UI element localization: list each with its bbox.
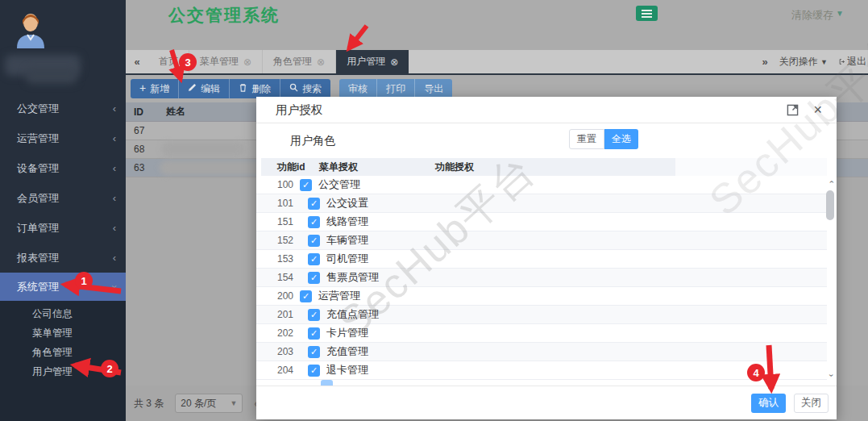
chevron-left-icon: ‹ xyxy=(113,102,116,115)
tab-label: 用户管理 xyxy=(347,55,385,69)
tab-item[interactable]: 菜单管理⊗ xyxy=(189,50,263,73)
toolbar-button[interactable]: 导出 xyxy=(415,79,452,98)
name-redacted xyxy=(161,142,245,156)
app-window: 公交管理‹运营管理‹设备管理‹会员管理‹订单管理‹报表管理‹系统管理›公司信息菜… xyxy=(0,0,868,421)
permission-label: 运营管理 xyxy=(318,289,360,303)
sidebar-subitem[interactable]: 角色管理 xyxy=(0,343,126,362)
sidebar-item-label: 公交管理 xyxy=(17,102,59,116)
checkbox-checked-icon[interactable]: ✓ xyxy=(308,309,320,321)
total-count-label: 共 3 条 xyxy=(134,397,164,411)
chevron-down-icon: › xyxy=(108,285,120,288)
username-redacted xyxy=(26,68,77,84)
select-all-button[interactable]: 全选 xyxy=(604,129,638,149)
cell-function-id: 201 xyxy=(256,309,300,320)
permission-label: 公交管理 xyxy=(318,177,360,192)
sidebar-item[interactable]: 公交管理‹ xyxy=(0,94,126,123)
checkbox-checked-icon[interactable]: ✓ xyxy=(308,235,320,247)
sidebar-item[interactable]: 设备管理‹ xyxy=(0,153,126,183)
checkbox-checked-icon[interactable]: ✓ xyxy=(308,253,320,265)
permission-row: 154✓售票员管理 xyxy=(256,269,827,287)
chevron-left-icon: ‹ xyxy=(113,162,116,174)
permission-row: 151✓线路管理 xyxy=(256,213,827,231)
cell-function-id: 200 xyxy=(256,290,300,302)
checkbox-checked-icon[interactable]: ✓ xyxy=(308,272,320,284)
column-header: ID xyxy=(126,106,166,118)
close-icon[interactable]: × xyxy=(813,104,822,116)
top-header: 公交管理系统 清除缓存 ▼ xyxy=(126,0,868,50)
checkbox-checked-icon[interactable]: ✓ xyxy=(308,346,320,358)
column-function-id: 功能id xyxy=(277,160,305,174)
tab-close-icon[interactable]: ⊗ xyxy=(243,56,251,68)
tab-label: 菜单管理 xyxy=(200,55,239,69)
avatar[interactable] xyxy=(13,10,48,48)
logout-button[interactable]: 退出 xyxy=(839,55,866,69)
close-button[interactable]: 关闭 xyxy=(794,394,829,413)
tab-close-icon[interactable]: ⊗ xyxy=(390,56,398,68)
checkbox-checked-icon[interactable]: ✓ xyxy=(308,198,320,210)
toolbar-button-label: 导出 xyxy=(424,82,443,96)
scroll-down-icon[interactable]: › xyxy=(826,371,837,380)
chevron-down-icon[interactable]: ▼ xyxy=(836,9,844,18)
tab-active[interactable]: 用户管理⊗ xyxy=(336,50,409,73)
scroll-up-icon[interactable]: › xyxy=(826,177,837,186)
toolbar-button[interactable]: +新增 xyxy=(131,79,179,98)
sidebar-item[interactable]: 会员管理‹ xyxy=(0,183,126,213)
chevron-left-icon: ‹ xyxy=(113,252,116,264)
scrollbar-thumb[interactable] xyxy=(826,190,834,220)
cell-function-id: 203 xyxy=(256,346,300,357)
reset-button[interactable]: 重置 xyxy=(569,129,604,149)
tab-bar: « 首页菜单管理⊗角色管理⊗用户管理⊗ » 关闭操作 ▼ 退出 xyxy=(126,50,868,75)
sidebar-submenu: 公司信息菜单管理角色管理用户管理 xyxy=(0,301,126,421)
toolbar-button[interactable]: 编辑 xyxy=(179,79,230,98)
permission-row: 202✓卡片管理 xyxy=(256,324,827,343)
partial-row xyxy=(256,380,827,386)
cell-function-id: 152 xyxy=(256,235,300,246)
toolbar-button[interactable]: 审核 xyxy=(339,79,377,98)
sidebar-subitem[interactable]: 用户管理 xyxy=(0,362,126,381)
tab-item[interactable]: 角色管理⊗ xyxy=(263,50,336,73)
toolbar-button-label: 打印 xyxy=(386,82,405,96)
permission-label: 卡片管理 xyxy=(326,326,368,340)
toolbar-button[interactable]: 打印 xyxy=(377,79,415,98)
toolbar-button-label: 编辑 xyxy=(201,82,220,96)
column-header: 姓名 xyxy=(166,105,185,119)
confirm-button[interactable]: 确认 xyxy=(751,394,786,413)
tab-scroll-right-icon[interactable]: » xyxy=(762,56,768,68)
permission-label: 充值管理 xyxy=(326,344,368,359)
toolbar-button[interactable]: 删除 xyxy=(230,79,280,98)
sidebar-item-label: 设备管理 xyxy=(17,161,59,176)
permission-row: 100✓公交管理 xyxy=(256,176,827,194)
clear-cache-button[interactable]: 清除缓存 xyxy=(791,8,833,23)
cell-id: 67 xyxy=(126,125,166,136)
fullscreen-icon[interactable] xyxy=(787,104,799,116)
permission-row: 152✓车辆管理 xyxy=(256,231,827,250)
checkbox-checked-icon[interactable]: ✓ xyxy=(308,216,320,228)
checkbox-checked-icon[interactable]: ✓ xyxy=(300,290,312,302)
permission-row: 201✓充值点管理 xyxy=(256,306,827,324)
checkbox-checked-icon[interactable]: ✓ xyxy=(308,365,320,377)
cell-function-id: 202 xyxy=(256,327,300,339)
pencil-icon xyxy=(188,83,197,94)
checkbox-checked-icon[interactable]: ✓ xyxy=(308,327,320,340)
sidebar-item-label: 会员管理 xyxy=(17,191,59,206)
tab-item[interactable]: 首页 xyxy=(148,50,189,73)
cell-function-id: 153 xyxy=(256,253,300,265)
close-operations-dropdown[interactable]: 关闭操作 ▼ xyxy=(779,55,828,69)
tab-close-icon[interactable]: ⊗ xyxy=(317,56,325,68)
hamburger-menu-button[interactable] xyxy=(636,6,658,21)
sidebar-item[interactable]: 系统管理› xyxy=(0,273,126,301)
user-authorization-dialog: 用户授权 × 用户角色 重置 全选 功能id 菜单授权 功能授权 100✓公交管… xyxy=(256,97,837,419)
tab-label: 角色管理 xyxy=(273,55,312,69)
tab-scroll-left-icon[interactable]: « xyxy=(126,50,148,73)
checkbox-checked-icon[interactable]: ✓ xyxy=(300,179,312,191)
toolbar-button[interactable]: 搜索 xyxy=(280,79,330,98)
sidebar-item-label: 运营管理 xyxy=(17,131,59,146)
sidebar-item[interactable]: 运营管理‹ xyxy=(0,123,126,153)
cell-function-id: 154 xyxy=(256,272,300,283)
sidebar-subitem[interactable]: 菜单管理 xyxy=(0,323,126,343)
page-size-select[interactable]: 20 条/页 ▼ xyxy=(175,394,243,413)
sidebar-item[interactable]: 报表管理‹ xyxy=(0,243,126,273)
sidebar-subitem[interactable]: 公司信息 xyxy=(0,304,126,323)
sidebar-item[interactable]: 订单管理‹ xyxy=(0,213,126,243)
page-title: 公交管理系统 xyxy=(168,4,280,27)
